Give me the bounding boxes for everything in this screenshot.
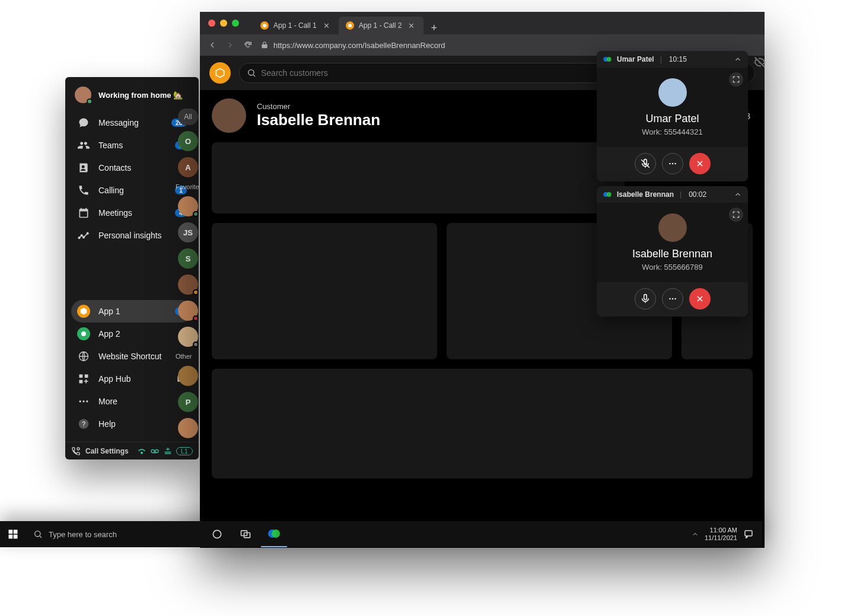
nav-personal-insights[interactable]: Personal insights <box>71 224 193 247</box>
call-header[interactable]: Umar Patel | 10:15 <box>597 51 748 68</box>
taskbar-search[interactable]: Type here to search <box>26 521 198 547</box>
contact-avatar[interactable] <box>178 327 198 347</box>
clock-date: 11/11/2021 <box>705 534 737 542</box>
nav-label: Contacts <box>98 163 187 173</box>
call-settings-link[interactable]: Call Settings <box>85 447 129 455</box>
expand-call-button[interactable] <box>729 72 743 87</box>
contact-avatar[interactable] <box>178 301 198 321</box>
contact-avatar[interactable] <box>178 275 198 295</box>
nav-help[interactable]: ? Help <box>71 413 193 435</box>
app2-icon <box>77 327 90 340</box>
task-view-icon[interactable] <box>233 521 259 547</box>
incognito-eye-off-icon[interactable] <box>753 56 766 69</box>
contact-avatar[interactable]: JS <box>178 222 198 242</box>
tray-chevron-icon[interactable] <box>692 531 699 538</box>
back-button[interactable] <box>207 40 218 50</box>
caller-subtitle: Work: 555444321 <box>603 127 742 136</box>
svg-rect-6 <box>79 375 83 378</box>
nav-meetings[interactable]: Meetings 4 <box>71 202 193 224</box>
app1-icon <box>77 305 90 318</box>
new-tab-button[interactable]: + <box>423 22 444 34</box>
browser-tab[interactable]: App 1 - Call 1 ✕ <box>253 17 339 34</box>
call-timer: 00:02 <box>689 190 706 199</box>
minimize-window-icon[interactable] <box>220 20 227 27</box>
voicemail-icon[interactable] <box>150 446 160 456</box>
clock-time: 11:00 AM <box>705 526 737 534</box>
maximize-window-icon[interactable] <box>232 20 239 27</box>
more-options-button[interactable] <box>662 153 683 174</box>
cortana-icon[interactable] <box>204 521 230 547</box>
svg-point-34 <box>213 530 221 538</box>
content-card[interactable] <box>212 142 625 213</box>
call-settings-icon[interactable] <box>71 446 81 456</box>
mute-button[interactable] <box>635 153 656 174</box>
nav-contacts[interactable]: Contacts <box>71 157 193 179</box>
presence-row[interactable]: Working from home 🏡 <box>65 77 199 109</box>
call-header[interactable]: Isabelle Brennan | 00:02 <box>597 186 748 203</box>
nav-app-1[interactable]: App 1 1 <box>71 300 193 323</box>
contact-rail: All O A Favorites JS S Other P <box>176 108 200 458</box>
system-clock[interactable]: 11:00 AM 11/11/2021 <box>705 526 737 542</box>
nav-calling[interactable]: Calling 1 <box>71 179 193 202</box>
svg-point-9 <box>79 400 81 402</box>
nav-label: Meetings <box>98 208 167 218</box>
chevron-up-icon[interactable] <box>734 55 742 63</box>
close-tab-icon[interactable]: ✕ <box>321 21 332 30</box>
taskbar-app-webex[interactable] <box>261 521 287 547</box>
presence-text: Working from home 🏡 <box>98 91 183 100</box>
app-logo-icon[interactable] <box>209 62 231 84</box>
nav-label: App Hub <box>98 374 165 384</box>
device-pickup-icon[interactable] <box>137 446 147 456</box>
start-button[interactable] <box>0 521 26 547</box>
expand-call-button[interactable] <box>729 208 743 222</box>
nav-website-shortcut[interactable]: Website Shortcut <box>71 345 193 368</box>
queue-icon[interactable] <box>163 446 173 456</box>
tab-favicon-icon <box>260 21 269 30</box>
svg-point-20 <box>607 57 612 62</box>
nav-app-2[interactable]: App 2 <box>71 323 193 345</box>
close-window-icon[interactable] <box>208 20 215 27</box>
contact-avatar[interactable]: A <box>178 157 198 177</box>
browser-tab[interactable]: App 1 - Call 2 ✕ <box>339 17 424 34</box>
reload-button[interactable] <box>243 40 253 50</box>
content-card[interactable] <box>212 223 437 359</box>
call-popup: Isabelle Brennan | 00:02 Isabelle Brenna… <box>597 186 748 317</box>
chat-icon <box>77 116 90 129</box>
contact-avatar[interactable] <box>178 366 198 386</box>
taskbar-search-placeholder: Type here to search <box>49 530 117 539</box>
contact-avatar[interactable] <box>178 418 198 438</box>
svg-point-10 <box>82 400 84 402</box>
filter-all-pill[interactable]: All <box>178 108 198 125</box>
svg-point-0 <box>78 237 80 239</box>
end-call-button[interactable] <box>689 288 711 309</box>
nav-messaging[interactable]: Messaging 20 <box>71 111 193 134</box>
windows-taskbar: Type here to search 11:00 AM 11/11/2021 <box>0 521 762 547</box>
action-center-icon[interactable] <box>743 529 754 540</box>
chevron-up-icon[interactable] <box>734 190 742 199</box>
content-card[interactable] <box>212 369 753 478</box>
close-tab-icon[interactable]: ✕ <box>406 21 416 30</box>
browser-tabs: App 1 - Call 1 ✕ App 1 - Call 2 ✕ + <box>247 12 765 34</box>
mute-button[interactable] <box>635 288 656 309</box>
svg-point-17 <box>155 449 158 452</box>
svg-point-26 <box>669 298 670 299</box>
call-header-name: Umar Patel <box>617 55 654 63</box>
end-call-button[interactable] <box>689 153 711 174</box>
contact-avatar[interactable]: P <box>178 392 198 412</box>
nav-teams[interactable]: Teams 8 <box>71 134 193 157</box>
nav-app-hub[interactable]: App Hub <box>71 368 193 390</box>
svg-point-33 <box>35 531 40 537</box>
window-controls <box>200 20 247 27</box>
svg-point-15 <box>141 452 142 454</box>
call-popup-stack: Umar Patel | 10:15 Umar Patel Work: 5554… <box>597 51 748 317</box>
svg-rect-8 <box>79 380 83 384</box>
contact-avatar[interactable]: S <box>178 248 198 269</box>
svg-rect-31 <box>9 535 13 539</box>
contact-avatar[interactable]: O <box>178 131 198 151</box>
svg-point-4 <box>81 331 86 336</box>
url-text[interactable]: https://www.company.com/IsabelleBrennanR… <box>273 41 445 50</box>
nav-more[interactable]: More <box>71 390 193 413</box>
contact-avatar[interactable] <box>178 196 198 216</box>
forward-button[interactable] <box>225 40 235 50</box>
more-options-button[interactable] <box>662 288 683 309</box>
